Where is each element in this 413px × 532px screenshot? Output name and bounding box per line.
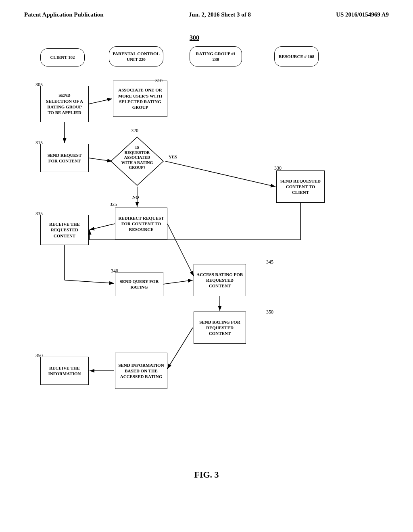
svg-line-12 [65, 280, 114, 283]
diamond320-container: ISREQUESTORASSOCIATEDWITH A RATINGGROUP?… [109, 135, 165, 187]
step310-box: ASSOCIATE ONE OR MORE USER'S WITH SELECT… [113, 81, 167, 117]
no-label: NO [132, 195, 139, 200]
step325-label: 325 [110, 202, 117, 208]
svg-line-14 [163, 280, 193, 284]
diagram-container: 300 CLIENT 102 PARENTAL CONTROL UNIT 220… [0, 22, 413, 466]
step305-box: SENDSELECTION OF ARATING GROUPTO BE APPL… [40, 86, 89, 122]
step325-box: REDIRECT REQUEST FOR CONTENT TO RESOURCE [115, 208, 167, 240]
parental-control-box: PARENTAL CONTROL UNIT 220 [109, 46, 163, 66]
step310-label: 310 [155, 78, 163, 84]
rating-group-box: RATING GROUP #1 230 [190, 46, 242, 66]
step345-box: ACCESS RATING FOR REQUESTED CONTENT [194, 264, 246, 296]
resource-box: RESOURCE # 108 [274, 46, 319, 66]
svg-line-5 [165, 161, 275, 187]
svg-line-13 [167, 224, 194, 276]
step330-box: SEND REQUESTED CONTENT TO CLIENT [276, 170, 325, 203]
header-right: US 2016/0154969 A9 [336, 11, 389, 18]
step335-box: RECEIVE THE REQUESTED CONTENT [40, 215, 89, 245]
diagram-number: 300 [190, 34, 199, 42]
yes-label: YES [169, 154, 177, 159]
fig-caption: FIG. 3 [0, 470, 413, 480]
step345-label: 345 [266, 259, 273, 265]
step350-right-box: SEND RATING FOR REQUESTED CONTENT [194, 312, 246, 344]
receive-info-box: RECEIVE THE INFORMATION [40, 357, 89, 385]
header-middle: Jun. 2, 2016 Sheet 3 of 8 [189, 11, 251, 18]
svg-line-2 [89, 99, 112, 104]
send-request-box: SEND REQUEST FOR CONTENT [40, 144, 89, 172]
client-box: CLIENT 102 [40, 48, 85, 66]
step355-box: SEND INFORMATION BASED ON THE ACCESSED R… [115, 353, 167, 389]
svg-line-16 [167, 328, 193, 369]
svg-line-7 [90, 224, 115, 230]
step340-box: SEND QUERY FOR RATING [115, 272, 163, 296]
step350-right-label: 350 [266, 309, 273, 315]
header-left: Patent Application Publication [24, 11, 104, 18]
